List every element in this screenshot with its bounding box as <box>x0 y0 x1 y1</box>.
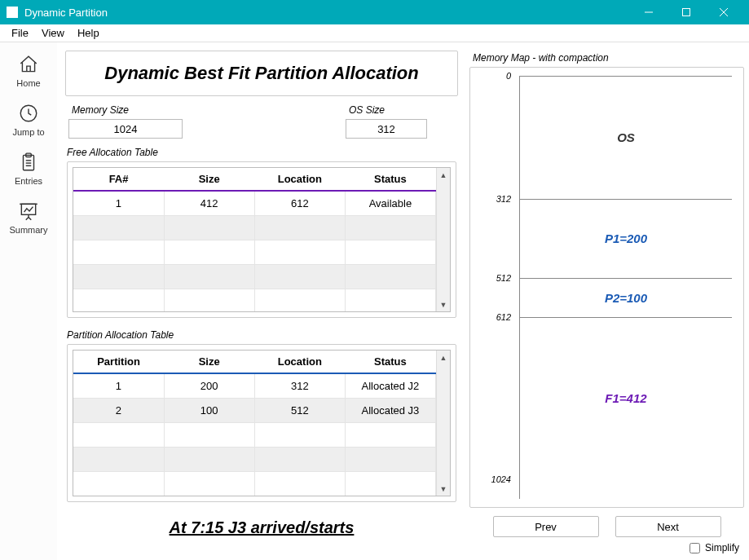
cell <box>345 447 435 471</box>
next-button[interactable]: Next <box>615 516 721 537</box>
sidebar-item-label: Summary <box>9 225 47 235</box>
cell: 2 <box>73 398 164 422</box>
table-row <box>73 215 436 240</box>
memory-block: F1=412 <box>520 317 732 479</box>
cell <box>73 447 164 471</box>
cell <box>164 422 254 447</box>
sidebar-item-home[interactable]: Home <box>0 47 57 96</box>
cell <box>164 447 254 471</box>
pat-scrollbar[interactable]: ▲ ▼ <box>436 351 450 496</box>
fat-caption: Free Allocation Table <box>67 147 456 158</box>
sidebar-item-jumpto[interactable]: Jump to <box>0 96 57 145</box>
column-header: Location <box>254 351 345 373</box>
cell <box>73 471 164 496</box>
cell <box>254 422 345 447</box>
cell <box>254 215 345 240</box>
memory-block: P2=100 <box>520 278 732 317</box>
cell <box>254 471 345 496</box>
cell <box>73 264 164 289</box>
cell: Allocated J3 <box>345 398 435 422</box>
fat-scrollbar[interactable]: ▲ ▼ <box>436 168 450 311</box>
cell <box>345 240 435 264</box>
cell <box>73 289 164 312</box>
menu-view[interactable]: View <box>35 27 71 39</box>
cell <box>254 447 345 471</box>
table-row <box>73 447 436 471</box>
cell: 612 <box>254 191 345 215</box>
table-row <box>73 422 436 447</box>
cell <box>345 422 435 447</box>
cell <box>73 215 164 240</box>
axis-tick: 312 <box>496 194 519 204</box>
svg-rect-10 <box>21 204 35 214</box>
sidebar-item-entries[interactable]: Entries <box>0 145 57 194</box>
os-size-input[interactable] <box>346 119 427 139</box>
memory-map-panel: 03125126121024OSP1=200P2=100F1=412 <box>469 67 744 508</box>
memory-block: OS <box>520 76 732 199</box>
memory-block: P1=200 <box>520 199 732 278</box>
app-icon <box>7 7 18 18</box>
cell <box>254 264 345 289</box>
menu-file[interactable]: File <box>5 27 35 39</box>
minimize-button[interactable] <box>630 0 667 24</box>
cell: 200 <box>164 373 254 398</box>
clipboard-icon <box>18 152 39 173</box>
table-row <box>73 471 436 496</box>
cell <box>345 471 435 496</box>
axis-tick: 512 <box>496 273 519 283</box>
column-header: Status <box>345 168 435 191</box>
scroll-up-icon[interactable]: ▲ <box>437 168 450 182</box>
clock-icon <box>18 103 39 124</box>
axis-tick: 0 <box>506 71 519 81</box>
scroll-up-icon[interactable]: ▲ <box>437 351 450 364</box>
axis-tick: 1024 <box>491 474 519 484</box>
axis-tick: 612 <box>496 312 519 322</box>
cell: 312 <box>254 373 345 398</box>
cell <box>164 471 254 496</box>
sidebar: Home Jump to Entries Summary <box>0 42 57 560</box>
cell: 512 <box>254 398 345 422</box>
cell: 412 <box>164 191 254 215</box>
column-header: FA# <box>73 168 164 191</box>
prev-button[interactable]: Prev <box>493 516 599 537</box>
home-icon <box>18 54 39 75</box>
cell: Allocated J2 <box>345 373 435 398</box>
simplify-label: Simplify <box>705 542 739 553</box>
cell <box>345 264 435 289</box>
status-text: At 7:15 J3 arrived/starts <box>62 518 461 537</box>
maximize-button[interactable] <box>667 0 705 24</box>
sidebar-item-summary[interactable]: Summary <box>0 194 57 243</box>
cell <box>73 240 164 264</box>
title-bar: Dynamic Partition <box>0 0 749 24</box>
scroll-down-icon[interactable]: ▼ <box>437 298 450 311</box>
scroll-down-icon[interactable]: ▼ <box>437 482 450 496</box>
menu-bar: File View Help <box>0 24 749 42</box>
sidebar-item-label: Home <box>16 78 40 88</box>
simplify-checkbox[interactable] <box>690 543 700 553</box>
table-row: 1200312Allocated J2 <box>73 373 436 398</box>
cell <box>345 289 435 312</box>
memory-map-chart: 03125126121024OSP1=200P2=100F1=412 <box>519 76 732 499</box>
free-allocation-table: FA#SizeLocationStatus 1412612Available <box>73 168 436 312</box>
simplify-toggle[interactable]: Simplify <box>469 542 744 555</box>
table-row <box>73 289 436 312</box>
window-title: Dynamic Partition <box>24 7 108 19</box>
table-row <box>73 240 436 264</box>
menu-help[interactable]: Help <box>71 27 106 39</box>
partition-allocation-table: PartitionSizeLocationStatus 1200312Alloc… <box>73 351 436 496</box>
table-row <box>73 264 436 289</box>
cell: Available <box>345 191 435 215</box>
memory-size-input[interactable] <box>68 119 183 139</box>
cell <box>254 240 345 264</box>
cell: 1 <box>73 191 164 215</box>
column-header: Partition <box>73 351 164 373</box>
page-title: Dynamic Best Fit Partition Allocation <box>65 51 458 96</box>
cell <box>164 215 254 240</box>
cell <box>164 240 254 264</box>
cell: 100 <box>164 398 254 422</box>
column-header: Status <box>345 351 435 373</box>
close-button[interactable] <box>705 0 742 24</box>
cell <box>73 422 164 447</box>
table-row: 2100512Allocated J3 <box>73 398 436 422</box>
cell <box>164 289 254 312</box>
